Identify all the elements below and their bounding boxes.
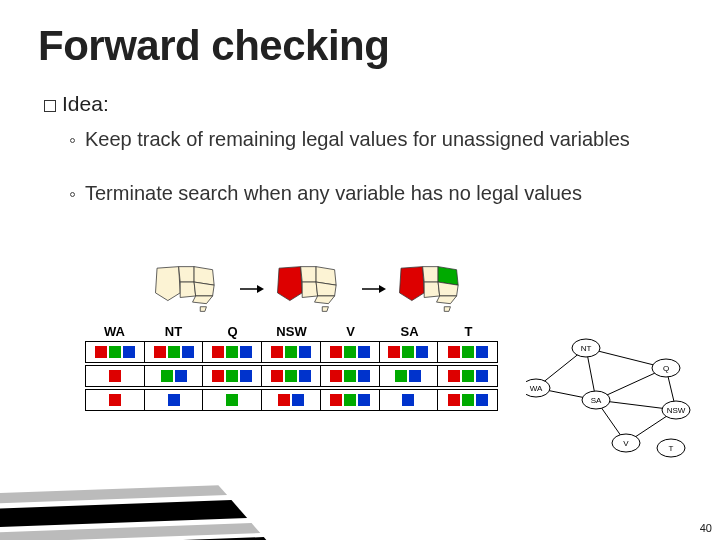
color-square-g [226, 394, 238, 406]
color-square-b [402, 394, 414, 406]
color-square-b [358, 394, 370, 406]
slide-title: Forward checking [38, 22, 389, 70]
domain-cell [145, 366, 204, 386]
domain-cell [203, 390, 262, 410]
circle-bullet-icon [70, 138, 75, 143]
square-bullet-icon [44, 100, 56, 112]
svg-text:T: T [669, 444, 674, 453]
column-header: WA [85, 324, 144, 339]
domain-cell [380, 342, 439, 362]
table-rows [85, 341, 498, 411]
color-square-r [212, 370, 224, 382]
color-square-r [271, 370, 283, 382]
color-square-g [462, 346, 474, 358]
color-square-b [299, 370, 311, 382]
color-square-g [462, 394, 474, 406]
svg-marker-1 [257, 285, 264, 293]
sub-bullet-1-text: Keep track of remaining legal values for… [85, 128, 630, 150]
decorative-accent [0, 445, 288, 540]
domain-cell [203, 366, 262, 386]
australia-map-2 [272, 262, 354, 316]
color-square-r [109, 370, 121, 382]
color-square-b [240, 370, 252, 382]
svg-marker-3 [379, 285, 386, 293]
table-row [85, 389, 498, 411]
column-header: Q [203, 324, 262, 339]
arrow-icon [240, 283, 264, 295]
domain-cell [145, 342, 204, 362]
color-square-g [226, 346, 238, 358]
color-square-r [448, 346, 460, 358]
domain-cell [86, 390, 145, 410]
column-header: V [321, 324, 380, 339]
color-square-g [285, 370, 297, 382]
table-row [85, 341, 498, 363]
australia-map-1 [150, 262, 232, 316]
color-square-b [240, 346, 252, 358]
domain-cell [321, 366, 380, 386]
color-square-b [476, 370, 488, 382]
sub-bullet-2: Terminate search when any variable has n… [70, 180, 630, 206]
column-header: SA [380, 324, 439, 339]
column-header: T [439, 324, 498, 339]
color-square-r [448, 394, 460, 406]
color-square-r [271, 346, 283, 358]
color-square-b [476, 346, 488, 358]
color-square-g [168, 346, 180, 358]
domain-cell [262, 342, 321, 362]
map-sequence [150, 262, 476, 316]
domain-cell [321, 342, 380, 362]
color-square-b [358, 370, 370, 382]
idea-label: Idea [62, 92, 103, 116]
arrow-icon [362, 283, 386, 295]
color-square-g [161, 370, 173, 382]
svg-text:WA: WA [530, 384, 543, 393]
table-row [85, 365, 498, 387]
domain-cell [145, 390, 204, 410]
svg-text:Q: Q [663, 364, 669, 373]
color-square-b [476, 394, 488, 406]
column-header: NT [144, 324, 203, 339]
color-square-b [292, 394, 304, 406]
domain-cell [86, 366, 145, 386]
circle-bullet-icon [70, 192, 75, 197]
domain-cell [380, 390, 439, 410]
domain-cell [262, 390, 321, 410]
color-square-g [395, 370, 407, 382]
sub-bullet-2-text: Terminate search when any variable has n… [85, 182, 582, 204]
color-square-g [109, 346, 121, 358]
color-square-r [109, 394, 121, 406]
domain-cell [438, 390, 497, 410]
color-square-b [409, 370, 421, 382]
australia-map-3 [394, 262, 476, 316]
idea-bullet: Idea: [44, 92, 109, 116]
svg-text:V: V [623, 439, 629, 448]
sub-bullet-1: Keep track of remaining legal values for… [70, 126, 630, 152]
svg-text:NSW: NSW [667, 406, 686, 415]
color-square-b [299, 346, 311, 358]
color-square-b [358, 346, 370, 358]
domain-cell [380, 366, 439, 386]
color-square-g [344, 370, 356, 382]
color-square-g [344, 346, 356, 358]
table-headers: WANTQNSWVSAT [85, 324, 498, 339]
color-square-r [330, 394, 342, 406]
constraint-graph: WANTQNSWVSAT [526, 338, 706, 458]
color-square-r [278, 394, 290, 406]
domain-cell [86, 342, 145, 362]
color-square-b [175, 370, 187, 382]
color-square-r [448, 370, 460, 382]
svg-text:SA: SA [591, 396, 602, 405]
color-square-b [182, 346, 194, 358]
color-square-r [330, 346, 342, 358]
color-square-b [123, 346, 135, 358]
color-square-r [95, 346, 107, 358]
color-square-g [344, 394, 356, 406]
domain-cell [262, 366, 321, 386]
domain-cell [438, 366, 497, 386]
domain-cell [438, 342, 497, 362]
color-square-g [462, 370, 474, 382]
color-square-r [388, 346, 400, 358]
page-number: 40 [700, 522, 712, 534]
color-square-r [212, 346, 224, 358]
